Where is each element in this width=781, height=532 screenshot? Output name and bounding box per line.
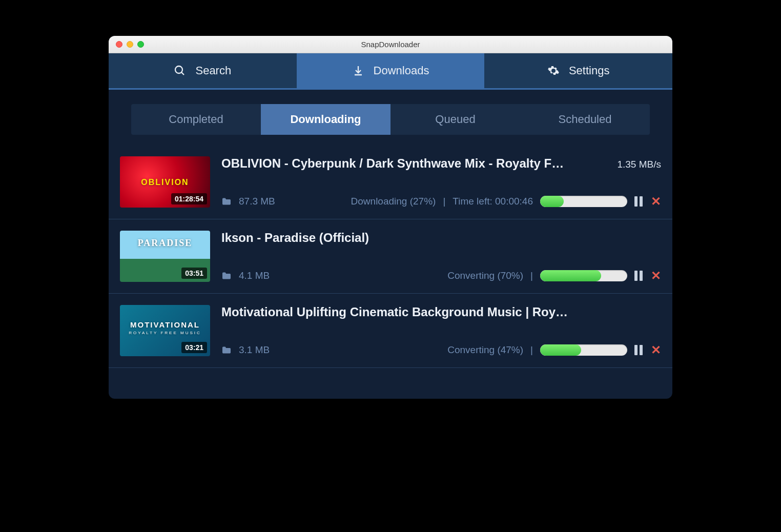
video-duration: 03:51	[181, 268, 207, 279]
title-bar: SnapDownloader	[109, 36, 672, 53]
progress-fill	[540, 270, 601, 281]
pause-button[interactable]	[634, 271, 644, 281]
time-left: Time left: 00:00:46	[453, 196, 533, 207]
window-title: SnapDownloader	[109, 40, 672, 49]
sub-tabs-container: Completed Downloading Queued Scheduled	[109, 90, 672, 145]
download-meta: Ikson - Paradise (Official) 4.1 MB Conve…	[221, 231, 661, 282]
video-duration: 03:21	[181, 342, 207, 353]
app-window: SnapDownloader Search Downloads Settings	[109, 36, 672, 399]
search-icon	[174, 65, 186, 77]
minimize-window-button[interactable]	[127, 41, 133, 48]
download-icon	[352, 65, 364, 77]
main-tabs: Search Downloads Settings	[109, 53, 672, 90]
video-title: Motivational Uplifting Cinematic Backgro…	[221, 305, 652, 319]
pause-button[interactable]	[634, 196, 644, 207]
folder-icon[interactable]	[221, 197, 232, 206]
cancel-button[interactable]: ✕	[651, 344, 661, 356]
pause-button[interactable]	[634, 345, 644, 355]
download-speed: 1.35 MB/s	[617, 159, 661, 170]
progress-fill	[540, 344, 581, 356]
folder-icon[interactable]	[221, 272, 232, 280]
subtab-scheduled[interactable]: Scheduled	[520, 104, 650, 135]
download-status: Downloading (27%)	[351, 196, 436, 207]
subtab-completed[interactable]: Completed	[131, 104, 261, 135]
video-duration: 01:28:54	[171, 193, 207, 204]
progress-bar	[540, 196, 627, 207]
tab-search[interactable]: Search	[109, 53, 297, 88]
file-size: 4.1 MB	[239, 270, 270, 281]
thumbnail-text: OBLIVION	[120, 178, 210, 187]
svg-line-1	[181, 72, 184, 75]
cancel-button[interactable]: ✕	[651, 195, 661, 208]
download-item: OBLIVION 01:28:54 OBLIVION - Cyberpunk /…	[109, 145, 672, 219]
thumbnail-text: MOTIVATIONAL	[120, 320, 210, 329]
progress-bar	[540, 270, 627, 281]
thumbnail-subtext: ROYALTY FREE MUSIC	[120, 331, 210, 335]
file-size: 3.1 MB	[239, 344, 270, 356]
download-item: MOTIVATIONAL ROYALTY FREE MUSIC 03:21 Mo…	[109, 294, 672, 368]
zoom-window-button[interactable]	[137, 41, 144, 48]
download-meta: Motivational Uplifting Cinematic Backgro…	[221, 305, 661, 356]
folder-icon[interactable]	[221, 346, 232, 354]
subtab-downloading[interactable]: Downloading	[261, 104, 391, 135]
window-controls	[109, 41, 144, 48]
progress-bar	[540, 344, 627, 356]
download-list: OBLIVION 01:28:54 OBLIVION - Cyberpunk /…	[109, 145, 672, 399]
subtab-completed-label: Completed	[169, 113, 223, 126]
progress-fill	[540, 196, 564, 207]
subtab-downloading-label: Downloading	[290, 113, 361, 126]
file-size: 87.3 MB	[239, 196, 275, 207]
tab-downloads-label: Downloads	[374, 64, 429, 77]
subtab-scheduled-label: Scheduled	[559, 113, 612, 126]
separator: |	[530, 270, 533, 281]
video-title: OBLIVION - Cyberpunk / Dark Synthwave Mi…	[221, 156, 608, 171]
download-status: Converting (47%)	[447, 344, 523, 356]
download-item: PARADISE 03:51 Ikson - Paradise (Officia…	[109, 219, 672, 294]
gear-icon	[547, 65, 560, 77]
sub-tabs: Completed Downloading Queued Scheduled	[131, 104, 650, 135]
video-title: Ikson - Paradise (Official)	[221, 231, 652, 245]
download-meta: OBLIVION - Cyberpunk / Dark Synthwave Mi…	[221, 156, 661, 208]
tab-search-label: Search	[195, 64, 231, 77]
subtab-queued[interactable]: Queued	[391, 104, 520, 135]
separator: |	[530, 344, 533, 356]
video-thumbnail[interactable]: MOTIVATIONAL ROYALTY FREE MUSIC 03:21	[120, 305, 210, 356]
download-status: Converting (70%)	[447, 270, 523, 281]
subtab-queued-label: Queued	[435, 113, 475, 126]
svg-point-4	[552, 69, 555, 72]
thumbnail-text: PARADISE	[120, 238, 210, 249]
svg-point-0	[175, 66, 182, 73]
video-thumbnail[interactable]: PARADISE 03:51	[120, 231, 210, 282]
tab-settings-label: Settings	[569, 64, 610, 77]
tab-settings[interactable]: Settings	[484, 53, 672, 88]
cancel-button[interactable]: ✕	[651, 270, 661, 282]
tab-downloads[interactable]: Downloads	[297, 53, 485, 88]
separator: |	[443, 196, 445, 207]
video-thumbnail[interactable]: OBLIVION 01:28:54	[120, 156, 210, 208]
close-window-button[interactable]	[116, 41, 122, 48]
